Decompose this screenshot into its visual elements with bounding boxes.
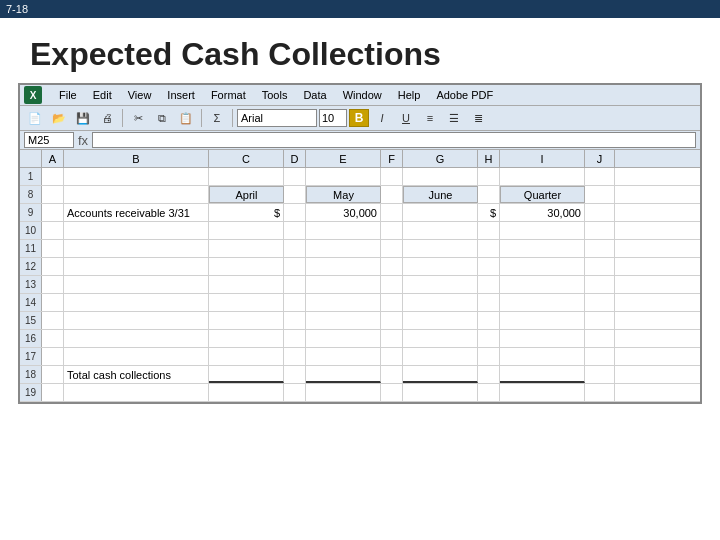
menu-file[interactable]: File: [56, 88, 80, 102]
spreadsheet: X File Edit View Insert Format Tools Dat…: [18, 83, 702, 404]
table-row: 15: [20, 312, 700, 330]
grid: A B C D E F G H I J 1 8: [20, 150, 700, 402]
print-button[interactable]: 🖨: [96, 108, 118, 128]
menu-adobe[interactable]: Adobe PDF: [433, 88, 496, 102]
new-button[interactable]: 📄: [24, 108, 46, 128]
table-row: 11: [20, 240, 700, 258]
align-left-button[interactable]: ≡: [419, 108, 441, 128]
cell-18e[interactable]: [306, 366, 381, 383]
cell-18g[interactable]: [403, 366, 478, 383]
cell-quarter[interactable]: Quarter: [500, 186, 585, 203]
menu-view[interactable]: View: [125, 88, 155, 102]
row-num-15: 15: [20, 312, 42, 329]
table-row: 13: [20, 276, 700, 294]
cell-9g[interactable]: [403, 204, 478, 221]
row-num-13: 13: [20, 276, 42, 293]
font-selector[interactable]: [237, 109, 317, 127]
table-row: 12: [20, 258, 700, 276]
fx-label: fx: [78, 133, 88, 148]
row-num-1: 1: [20, 168, 42, 185]
slide-number: 7-18: [6, 3, 28, 15]
open-button[interactable]: 📂: [48, 108, 70, 128]
app-logo: X: [24, 86, 42, 104]
cell-april[interactable]: April: [209, 186, 284, 203]
menu-edit[interactable]: Edit: [90, 88, 115, 102]
cell-8b[interactable]: [64, 186, 209, 203]
cell-ar-dollar2[interactable]: $: [478, 204, 500, 221]
cell-1b[interactable]: [64, 168, 209, 185]
cell-8a[interactable]: [42, 186, 64, 203]
cell-ar-value2[interactable]: 30,000: [500, 204, 585, 221]
cell-total-label[interactable]: Total cash collections: [64, 366, 209, 383]
row-num-14: 14: [20, 294, 42, 311]
col-header-a[interactable]: A: [42, 150, 64, 167]
sigma-button[interactable]: Σ: [206, 108, 228, 128]
paste-button[interactable]: 📋: [175, 108, 197, 128]
menu-format[interactable]: Format: [208, 88, 249, 102]
save-button[interactable]: 💾: [72, 108, 94, 128]
cell-9f[interactable]: [381, 204, 403, 221]
cell-1c[interactable]: [209, 168, 284, 185]
toolbar-sep-1: [122, 109, 123, 127]
cell-ar-dollar1[interactable]: $: [209, 204, 284, 221]
cell-1d[interactable]: [284, 168, 306, 185]
cell-1e[interactable]: [306, 168, 381, 185]
col-header-j[interactable]: J: [585, 150, 615, 167]
cell-18c[interactable]: [209, 366, 284, 383]
copy-button[interactable]: ⧉: [151, 108, 173, 128]
align-center-button[interactable]: ☰: [443, 108, 465, 128]
menu-help[interactable]: Help: [395, 88, 424, 102]
cell-1h[interactable]: [478, 168, 500, 185]
cut-button[interactable]: ✂: [127, 108, 149, 128]
page-title: Expected Cash Collections: [30, 36, 690, 73]
row-num-16: 16: [20, 330, 42, 347]
menu-window[interactable]: Window: [340, 88, 385, 102]
cell-9j[interactable]: [585, 204, 615, 221]
col-header-f[interactable]: F: [381, 150, 403, 167]
col-header-e[interactable]: E: [306, 150, 381, 167]
col-header-d[interactable]: D: [284, 150, 306, 167]
toolbar-sep-3: [232, 109, 233, 127]
menu-tools[interactable]: Tools: [259, 88, 291, 102]
cell-8f[interactable]: [381, 186, 403, 203]
col-header-g[interactable]: G: [403, 150, 478, 167]
col-header-h[interactable]: H: [478, 150, 500, 167]
cell-may[interactable]: May: [306, 186, 381, 203]
cell-8h[interactable]: [478, 186, 500, 203]
cell-1i[interactable]: [500, 168, 585, 185]
formula-input[interactable]: [92, 132, 696, 148]
toolbar-sep-2: [201, 109, 202, 127]
menu-insert[interactable]: Insert: [164, 88, 198, 102]
table-row: 14: [20, 294, 700, 312]
menu-data[interactable]: Data: [300, 88, 329, 102]
cell-1g[interactable]: [403, 168, 478, 185]
toolbar: 📄 📂 💾 🖨 ✂ ⧉ 📋 Σ B I U ≡ ☰ ≣: [20, 106, 700, 131]
row-num-8: 8: [20, 186, 42, 203]
column-header-row: A B C D E F G H I J: [20, 150, 700, 168]
cell-june[interactable]: June: [403, 186, 478, 203]
cell-1j[interactable]: [585, 168, 615, 185]
italic-button[interactable]: I: [371, 108, 393, 128]
col-header-i[interactable]: I: [500, 150, 585, 167]
table-row: 9 Accounts receivable 3/31 $ 30,000 $ 30…: [20, 204, 700, 222]
cell-9d[interactable]: [284, 204, 306, 221]
cell-1f[interactable]: [381, 168, 403, 185]
col-header-c[interactable]: C: [209, 150, 284, 167]
table-row: 17: [20, 348, 700, 366]
row-num-17: 17: [20, 348, 42, 365]
cell-1a[interactable]: [42, 168, 64, 185]
bold-button[interactable]: B: [349, 109, 369, 127]
cell-9a[interactable]: [42, 204, 64, 221]
cell-8d[interactable]: [284, 186, 306, 203]
cell-ar-label[interactable]: Accounts receivable 3/31: [64, 204, 209, 221]
cell-18i[interactable]: [500, 366, 585, 383]
table-row: 19: [20, 384, 700, 402]
align-right-button[interactable]: ≣: [467, 108, 489, 128]
cell-reference[interactable]: [24, 132, 74, 148]
font-size[interactable]: [319, 109, 347, 127]
table-row: 10: [20, 222, 700, 240]
cell-8j[interactable]: [585, 186, 615, 203]
col-header-b[interactable]: B: [64, 150, 209, 167]
underline-button[interactable]: U: [395, 108, 417, 128]
cell-ar-value1[interactable]: 30,000: [306, 204, 381, 221]
